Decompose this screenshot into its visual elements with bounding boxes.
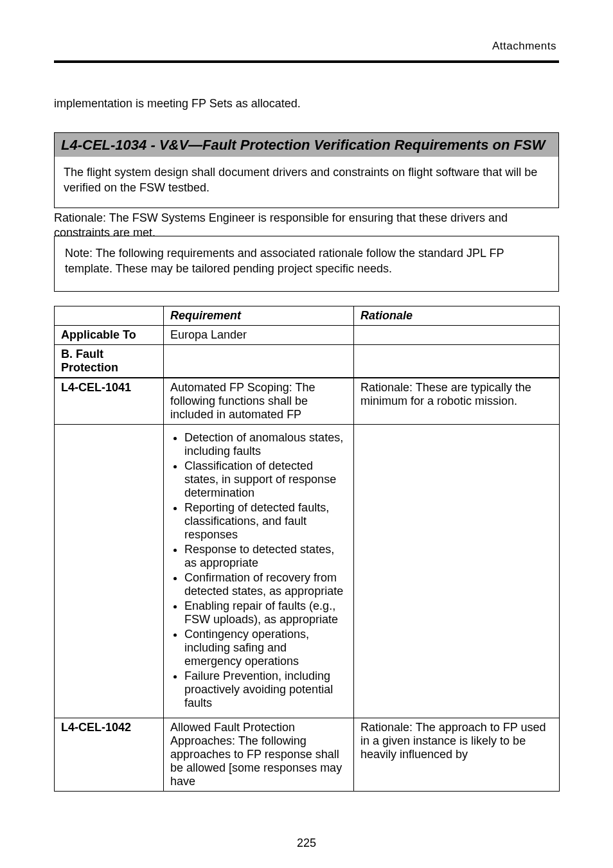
table-cell-label: L4-CEL-1041 bbox=[55, 378, 164, 425]
table-header-rationale: Rationale bbox=[354, 306, 560, 326]
table-cell-rationale: Rationale: These are typically the minim… bbox=[354, 378, 560, 425]
list-item: Classification of detected states, in su… bbox=[184, 459, 347, 500]
top-horizontal-rule bbox=[54, 60, 559, 63]
table-cell-rationale: Rationale: The approach to FP used in a … bbox=[354, 718, 560, 792]
table-row: Applicable ToEuropa Lander bbox=[55, 326, 560, 345]
requirement-banner-body: The flight system design shall document … bbox=[55, 157, 558, 208]
table-header-row: Requirement Rationale bbox=[55, 306, 560, 326]
table-cell-rationale bbox=[354, 345, 560, 378]
table-row: L4-CEL-1041Automated FP Scoping: The fol… bbox=[55, 378, 560, 425]
list-item: Response to detected states, as appropri… bbox=[184, 543, 347, 570]
table-cell-label: Applicable To bbox=[55, 326, 164, 345]
table-header-blank bbox=[55, 306, 164, 326]
list-item: Contingency operations, including safing… bbox=[184, 628, 347, 668]
requirements-table: Requirement Rationale Applicable ToEurop… bbox=[54, 306, 560, 792]
page-number: 225 bbox=[0, 837, 613, 850]
list-item: Detection of anomalous states, including… bbox=[184, 431, 347, 458]
list-item: Enabling repair of faults (e.g., FSW upl… bbox=[184, 599, 347, 626]
list-item: Reporting of detected faults, classifica… bbox=[184, 501, 347, 542]
intro-text: implementation is meeting FP Sets as all… bbox=[54, 96, 559, 111]
list-item: Confirmation of recovery from detected s… bbox=[184, 571, 347, 598]
table-header-requirement: Requirement bbox=[164, 306, 354, 326]
table-cell-requirement: Detection of anomalous states, including… bbox=[164, 425, 354, 718]
table-cell-label: B. Fault Protection bbox=[55, 345, 164, 378]
list-item: Failure Prevention, including proactivel… bbox=[184, 669, 347, 710]
table-cell-rationale bbox=[354, 326, 560, 345]
table-cell-rationale bbox=[354, 425, 560, 718]
table-cell-requirement: Allowed Fault Protection Approaches: The… bbox=[164, 718, 354, 792]
requirement-banner-title: L4-CEL-1034 - V&V—Fault Protection Verif… bbox=[55, 133, 558, 157]
table-row: B. Fault Protection bbox=[55, 345, 560, 378]
note-box: Note: The following requirements and ass… bbox=[54, 236, 559, 292]
table-row: L4-CEL-1042Allowed Fault Protection Appr… bbox=[55, 718, 560, 792]
requirement-banner: L4-CEL-1034 - V&V—Fault Protection Verif… bbox=[54, 132, 559, 208]
table-cell-requirement: Europa Lander bbox=[164, 326, 354, 345]
header-section-label: Attachments bbox=[492, 40, 556, 53]
table-row: Detection of anomalous states, including… bbox=[55, 425, 560, 718]
table-cell-label bbox=[55, 425, 164, 718]
requirement-list: Detection of anomalous states, including… bbox=[170, 431, 347, 710]
table-cell-label: L4-CEL-1042 bbox=[55, 718, 164, 792]
table-cell-requirement bbox=[164, 345, 354, 378]
table-cell-requirement: Automated FP Scoping: The following func… bbox=[164, 378, 354, 425]
